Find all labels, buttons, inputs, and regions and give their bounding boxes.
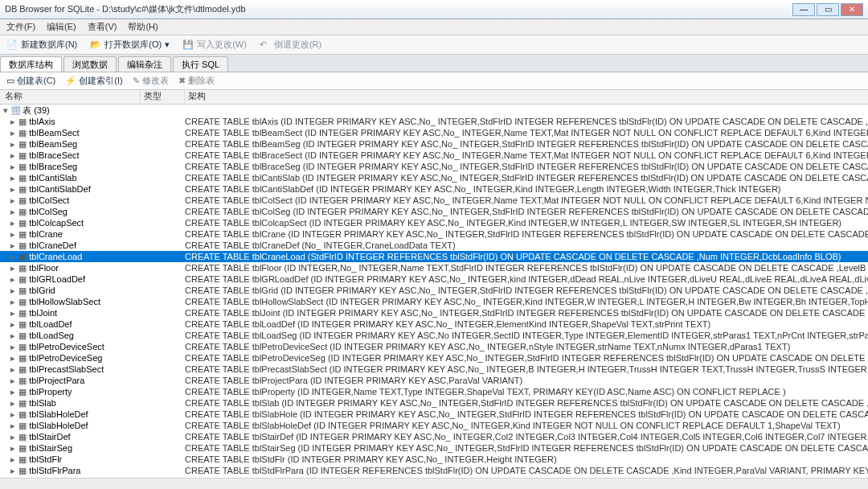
table-row[interactable]: ▸ ▦ tblPetroDeviceSectCREATE TABLE tblPe… [0,341,868,352]
table-row[interactable]: ▸ ▦ tblCraneCREATE TABLE tblCrane (ID IN… [0,228,868,240]
header-schema[interactable]: 架构 [185,90,868,104]
window-title: DB Browser for SQLite - D:\study\c#\媒体\j… [5,3,792,15]
table-row[interactable]: ▸ ▦ tblBraceSegCREATE TABLE tblBraceSeg … [0,161,868,172]
minimize-button[interactable]: — [792,3,815,16]
table-row[interactable]: ▸ ▦ tblBeamSectCREATE TABLE tblBeamSect … [0,127,868,138]
header-type[interactable]: 类型 [141,90,185,104]
menu-view[interactable]: 查看(V) [88,21,117,33]
table-row[interactable]: ▸ ▦ tblGRLoadDefCREATE TABLE tblGRLoadDe… [0,273,868,285]
revert-changes-button[interactable]: ↶倒退更改(R) [260,39,321,51]
dropdown-icon: ▾ [165,39,170,50]
new-db-icon: 📄 [6,39,18,51]
structure-toolbar: ▭创建表(C) ⚡创建索引(I) ✎修改表 ✖删除表 [0,72,868,90]
new-database-button[interactable]: 📄新建数据库(N) [6,39,77,51]
table-row[interactable]: ▸ ▦ tblProjectParaCREATE TABLE tblProjec… [0,375,868,386]
table-row[interactable]: ▸ ▦ tblSlabCREATE TABLE tblSlab (ID INTE… [0,397,868,409]
table-row[interactable]: ▸ ▦ tblLoadSegCREATE TABLE tblLoadSeg (I… [0,330,868,341]
table-row[interactable]: ▸ ▦ tblPetroDeviceSegCREATE TABLE tblPet… [0,352,868,364]
table-icon: ▭ [6,76,14,86]
table-row[interactable]: ▸ ▦ tblHollowSlabSectCREATE TABLE tblHol… [0,296,868,307]
table-row[interactable]: ▸ ▦ tblCantiSlabCREATE TABLE tblCantiSla… [0,172,868,183]
table-row[interactable]: ▸ ▦ tblAxisCREATE TABLE tblAxis (ID INTE… [0,116,868,127]
horizontal-scrollbar[interactable] [0,478,868,489]
tab-structure[interactable]: 数据库结构 [0,56,62,72]
schema-tree[interactable]: ▾ ▦ 表 (39) ▸ ▦ tblAxisCREATE TABLE tblAx… [0,105,868,478]
main-toolbar: 📄新建数据库(N) 📂打开数据库(O)▾ 💾写入更改(W) ↶倒退更改(R) [0,35,868,55]
header-name[interactable]: 名称 [0,90,141,104]
table-row[interactable]: ▸ ▦ tblGridCREATE TABLE tblGrid (ID INTE… [0,285,868,296]
table-row[interactable]: ▸ ▦ tblColSegCREATE TABLE tblColSeg (ID … [0,206,868,217]
table-row[interactable]: ▸ ▦ tblSlabHoleDefCREATE TABLE tblSlabHo… [0,420,868,431]
title-bar: DB Browser for SQLite - D:\study\c#\媒体\j… [0,0,868,19]
table-row[interactable]: ▸ ▦ tblStdFlrParaCREATE TABLE tblStdFlrP… [0,465,868,476]
main-tabs: 数据库结构 浏览数据 编辑杂注 执行 SQL [0,55,868,72]
delete-table-button[interactable]: ✖删除表 [178,75,215,87]
tab-pragma[interactable]: 编辑杂注 [118,56,171,72]
table-row[interactable]: ▸ ▦ tblFloorCREATE TABLE tblFloor (ID IN… [0,262,868,273]
revert-icon: ↶ [260,39,271,51]
table-row[interactable]: ▸ ▦ tblStairDefCREATE TABLE tblStairDef … [0,431,868,442]
table-row[interactable]: ▸ ▦ tblStairSegCREATE TABLE tblStairSeg … [0,442,868,454]
maximize-button[interactable]: ▭ [817,3,839,16]
delete-icon: ✖ [178,76,186,86]
window-controls: — ▭ ✕ [792,3,863,16]
modify-table-button[interactable]: ✎修改表 [133,75,169,87]
table-row[interactable]: ▾ ▦ 表 (39) [0,105,868,116]
table-row[interactable]: ▸ ▦ tblColcapSectCREATE TABLE tblColcapS… [0,217,868,228]
menu-bar: 文件(F) 编辑(E) 查看(V) 帮助(H) [0,19,868,35]
menu-help[interactable]: 帮助(H) [128,21,158,33]
table-row[interactable]: ▸ ▦ tblCraneLoadCREATE TABLE tblCraneLoa… [0,251,868,262]
open-database-button[interactable]: 📂打开数据库(O)▾ [90,39,170,51]
table-row[interactable]: ▸ ▦ tblCantiSlabDefCREATE TABLE tblCanti… [0,183,868,195]
create-table-button[interactable]: ▭创建表(C) [6,75,55,87]
table-row[interactable]: ▸ ▦ tblCraneDefCREATE TABLE tblCraneDef … [0,240,868,251]
index-icon: ⚡ [65,76,76,86]
table-row[interactable]: ▸ ▦ tblPrecastSlabSectCREATE TABLE tblPr… [0,364,868,375]
tab-sql[interactable]: 执行 SQL [173,56,228,72]
write-changes-button[interactable]: 💾写入更改(W) [182,39,247,51]
menu-edit[interactable]: 编辑(E) [47,21,76,33]
table-row[interactable]: ▸ ▦ tblSlabHoleDefCREATE TABLE tblSlabHo… [0,409,868,420]
open-db-icon: 📂 [90,39,101,51]
write-icon: 💾 [182,39,194,51]
close-button[interactable]: ✕ [841,3,863,16]
create-index-button[interactable]: ⚡创建索引(I) [65,75,122,87]
table-row[interactable]: ▸ ▦ tblColSectCREATE TABLE tblColSect (I… [0,195,868,206]
tab-browse[interactable]: 浏览数据 [63,56,117,72]
table-row[interactable]: ▸ ▦ tblBeamSegCREATE TABLE tblBeamSeg (I… [0,138,868,150]
tree-header: 名称 类型 架构 [0,90,868,105]
table-row[interactable]: ▸ ▦ tblStdFlrCREATE TABLE tblStdFlr (ID … [0,454,868,465]
modify-icon: ✎ [133,76,140,86]
table-row[interactable]: ▸ ▦ tblJointCREATE TABLE tblJoint (ID IN… [0,307,868,318]
table-row[interactable]: ▸ ▦ tblLoadDefCREATE TABLE tblLoadDef (I… [0,318,868,330]
table-row[interactable]: ▸ ▦ tblBraceSectCREATE TABLE tblBraceSec… [0,150,868,161]
menu-file[interactable]: 文件(F) [6,21,35,33]
table-row[interactable]: ▸ ▦ tblPropertyCREATE TABLE tblProperty … [0,386,868,397]
